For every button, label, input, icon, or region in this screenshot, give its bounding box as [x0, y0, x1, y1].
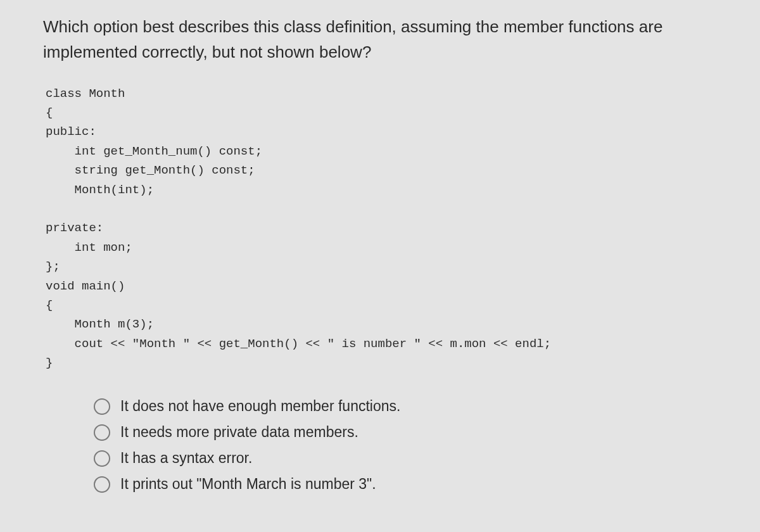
- code-block: class Month { public: int get_Month_num(…: [46, 84, 722, 373]
- radio-icon[interactable]: [94, 476, 110, 493]
- radio-icon[interactable]: [94, 424, 110, 441]
- quiz-page: Which option best describes this class d…: [0, 0, 760, 514]
- option-row-1[interactable]: It needs more private data members.: [94, 424, 722, 441]
- option-row-2[interactable]: It has a syntax error.: [94, 450, 722, 467]
- radio-icon[interactable]: [94, 398, 110, 415]
- radio-icon[interactable]: [94, 450, 110, 467]
- option-row-0[interactable]: It does not have enough member functions…: [94, 398, 722, 415]
- option-label: It needs more private data members.: [120, 424, 358, 441]
- question-text: Which option best describes this class d…: [43, 14, 722, 65]
- option-label: It has a syntax error.: [120, 450, 252, 467]
- option-label: It does not have enough member functions…: [120, 398, 400, 415]
- option-row-3[interactable]: It prints out "Month March is number 3".: [94, 476, 722, 493]
- options-group: It does not have enough member functions…: [94, 398, 722, 493]
- option-label: It prints out "Month March is number 3".: [120, 476, 376, 493]
